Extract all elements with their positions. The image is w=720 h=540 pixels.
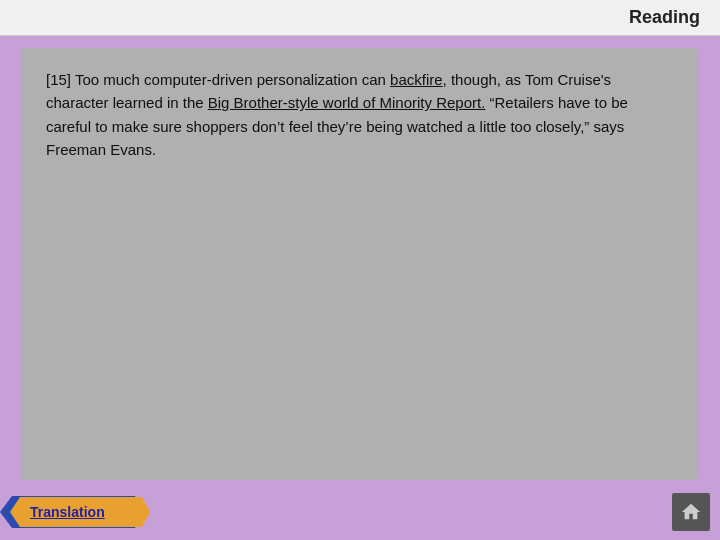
text-intro: [15] Too much computer-driven personaliz…: [46, 71, 390, 88]
header-bar: Reading: [0, 0, 720, 36]
reading-paragraph: [15] Too much computer-driven personaliz…: [46, 68, 674, 161]
main-area: [15] Too much computer-driven personaliz…: [0, 36, 720, 540]
translation-button[interactable]: Translation: [30, 504, 105, 520]
bottom-bar: Translation: [0, 484, 720, 540]
translation-container[interactable]: Translation: [10, 497, 150, 527]
home-icon: [680, 501, 702, 523]
minority-report-link[interactable]: Big Brother-style world of Minority Repo…: [208, 94, 486, 111]
backfire-link[interactable]: backfire: [390, 71, 443, 88]
content-box: [15] Too much computer-driven personaliz…: [22, 48, 698, 480]
home-button[interactable]: [672, 493, 710, 531]
page-title: Reading: [629, 7, 700, 28]
arrow-front-shape: Translation: [10, 497, 150, 527]
